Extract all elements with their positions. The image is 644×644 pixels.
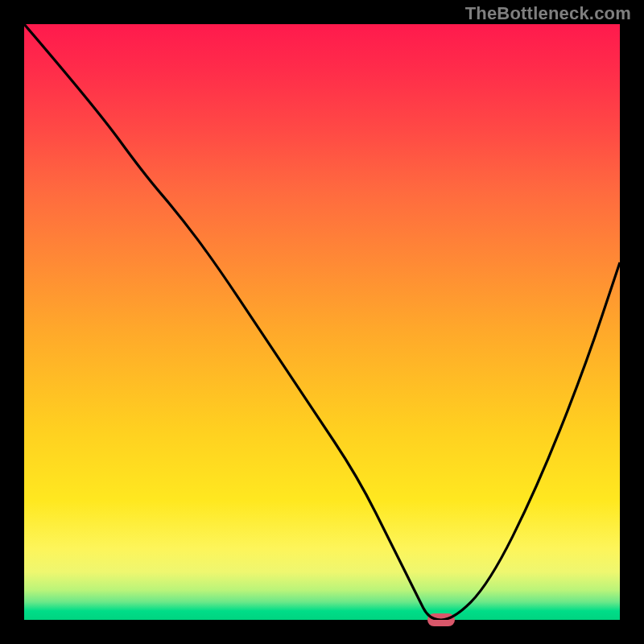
- watermark-label: TheBottleneck.com: [465, 3, 631, 24]
- chart-container: TheBottleneck.com: [0, 0, 644, 644]
- curve-path: [24, 24, 620, 620]
- bottleneck-curve: [24, 24, 620, 620]
- plot-area: [24, 24, 620, 620]
